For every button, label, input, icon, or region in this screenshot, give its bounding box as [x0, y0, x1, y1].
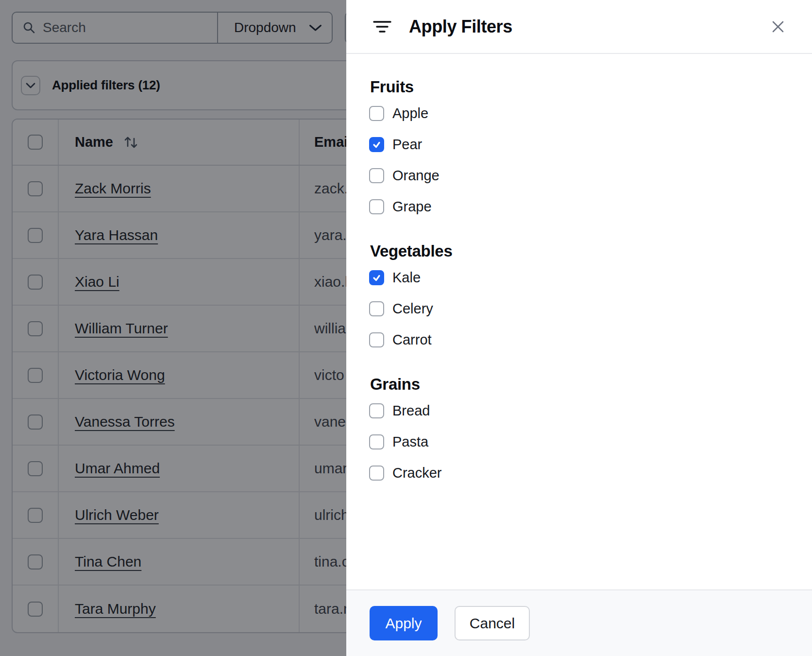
checkbox[interactable] [369, 137, 384, 152]
checkbox[interactable] [369, 270, 384, 285]
filter-option-pasta[interactable]: Pasta [369, 434, 793, 449]
option-label: Cracker [392, 466, 442, 481]
option-label: Apple [392, 106, 428, 121]
option-label: Grape [392, 199, 432, 214]
option-label: Orange [392, 168, 440, 183]
filter-option-cracker[interactable]: Cracker [369, 466, 793, 481]
filter-option-grape[interactable]: Grape [369, 199, 793, 214]
panel-title: Apply Filters [409, 17, 512, 37]
filter-option-kale[interactable]: Kale [369, 270, 793, 285]
section-heading: Fruits [370, 77, 793, 97]
section-heading: Grains [370, 375, 793, 394]
option-label: Carrot [392, 332, 432, 347]
option-label: Kale [392, 270, 421, 285]
filter-section-grains: Grains Bread Pasta C [369, 375, 793, 481]
check-icon [372, 140, 381, 149]
filter-panel: Apply Filters Fruits Apple [346, 0, 812, 656]
close-button[interactable] [767, 16, 789, 37]
panel-footer: Apply Cancel [346, 589, 812, 656]
checkbox[interactable] [369, 403, 384, 418]
apply-button[interactable]: Apply [370, 606, 438, 640]
filter-option-apple[interactable]: Apple [369, 106, 793, 121]
filter-option-bread[interactable]: Bread [369, 403, 793, 418]
modal-overlay[interactable] [0, 0, 346, 656]
filter-icon [372, 20, 392, 33]
filter-option-pear[interactable]: Pear [369, 137, 793, 152]
checkbox[interactable] [369, 199, 384, 214]
checkbox[interactable] [369, 168, 384, 183]
filter-option-celery[interactable]: Celery [369, 301, 793, 316]
option-label: Celery [392, 301, 433, 316]
panel-header: Apply Filters [346, 0, 812, 54]
app-root: Search Dropdown Applied filters (12) [0, 0, 812, 656]
checkbox[interactable] [369, 106, 384, 121]
checkbox[interactable] [369, 466, 384, 481]
option-label: Pear [392, 137, 422, 152]
option-label: Bread [392, 403, 430, 418]
check-icon [372, 273, 381, 282]
cancel-button[interactable]: Cancel [455, 606, 530, 640]
checkbox[interactable] [369, 301, 384, 316]
filter-section-fruits: Fruits Apple Pear Or [369, 77, 793, 214]
option-label: Pasta [392, 434, 428, 449]
filter-section-vegetables: Vegetables Kale Celery [369, 242, 793, 347]
checkbox[interactable] [369, 332, 384, 347]
checkbox[interactable] [369, 434, 384, 449]
panel-body: Fruits Apple Pear Or [346, 54, 812, 589]
close-icon [772, 20, 784, 33]
filter-option-orange[interactable]: Orange [369, 168, 793, 183]
filter-option-carrot[interactable]: Carrot [369, 332, 793, 347]
section-heading: Vegetables [370, 242, 793, 261]
